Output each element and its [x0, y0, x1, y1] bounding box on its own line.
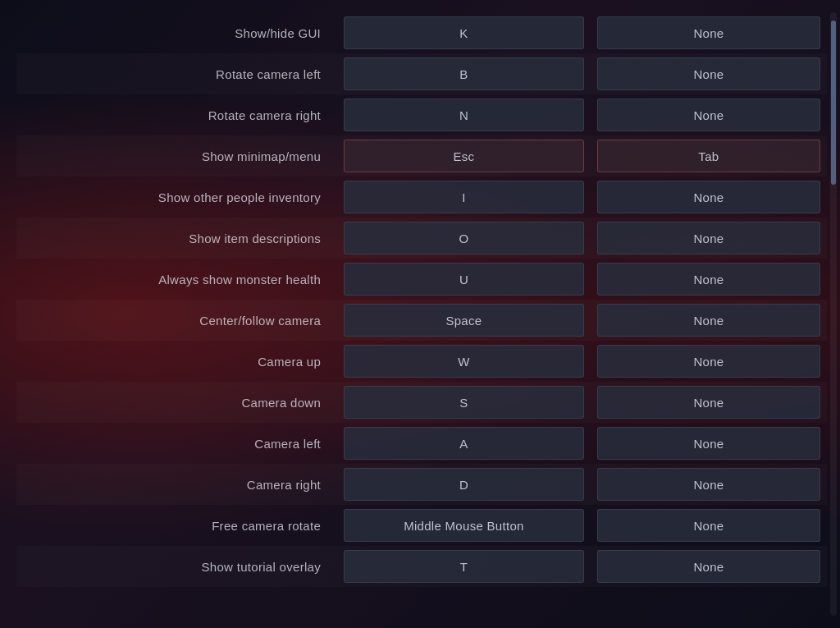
action-label: Center/follow camera — [16, 300, 337, 341]
table-row[interactable]: Rotate camera leftBNone — [16, 53, 827, 94]
alt-key-box[interactable]: Tab — [597, 140, 820, 172]
primary-key-box[interactable]: D — [344, 468, 584, 501]
primary-key-cell[interactable]: Middle Mouse Button — [337, 505, 591, 546]
primary-key-cell[interactable]: O — [337, 218, 591, 259]
primary-key-cell[interactable]: I — [337, 176, 591, 218]
primary-key-box[interactable]: Middle Mouse Button — [344, 509, 584, 542]
alt-key-box[interactable]: None — [597, 263, 820, 296]
alt-key-cell[interactable]: None — [591, 341, 827, 382]
action-label: Rotate camera right — [16, 94, 337, 135]
alt-key-cell[interactable]: None — [591, 53, 827, 94]
table-row[interactable]: Camera rightDNone — [16, 464, 827, 505]
alt-key-box[interactable]: None — [597, 16, 820, 49]
action-label: Camera right — [16, 464, 337, 505]
alt-key-box[interactable]: None — [597, 386, 820, 419]
primary-key-box[interactable]: U — [344, 263, 584, 296]
action-label: Show tutorial overlay — [16, 546, 337, 587]
action-label: Show item descriptions — [16, 218, 337, 259]
primary-key-box[interactable]: I — [344, 181, 584, 213]
primary-key-box[interactable]: O — [344, 222, 584, 254]
primary-key-box[interactable]: K — [344, 16, 584, 49]
action-label: Camera left — [16, 423, 337, 464]
alt-key-box[interactable]: None — [597, 57, 820, 90]
primary-key-box[interactable]: S — [344, 386, 584, 419]
alt-key-cell[interactable]: Tab — [591, 135, 827, 176]
primary-key-cell[interactable]: S — [337, 382, 591, 423]
alt-key-box[interactable]: None — [597, 304, 820, 337]
alt-key-box[interactable]: None — [597, 222, 820, 254]
primary-key-cell[interactable]: A — [337, 423, 591, 464]
alt-key-cell[interactable]: None — [591, 423, 827, 464]
action-label: Show/hide GUI — [16, 12, 337, 53]
alt-key-cell[interactable]: None — [591, 300, 827, 341]
primary-key-box[interactable]: T — [344, 550, 584, 583]
table-row[interactable]: Free camera rotateMiddle Mouse ButtonNon… — [16, 505, 827, 546]
table-row[interactable]: Camera leftANone — [16, 423, 827, 464]
alt-key-box[interactable]: None — [597, 345, 820, 378]
table-row[interactable]: Show/hide GUIKNone — [16, 12, 827, 53]
alt-key-cell[interactable]: None — [591, 382, 827, 423]
primary-key-cell[interactable]: K — [337, 12, 591, 53]
table-row[interactable]: Center/follow cameraSpaceNone — [16, 300, 827, 341]
scrollbar-track[interactable] — [830, 12, 837, 616]
table-row[interactable]: Show item descriptionsONone — [16, 218, 827, 259]
alt-key-cell[interactable]: None — [591, 94, 827, 135]
primary-key-box[interactable]: A — [344, 427, 584, 460]
keybinds-table: Show/hide GUIKNoneRotate camera leftBNon… — [16, 12, 827, 587]
alt-key-cell[interactable]: None — [591, 464, 827, 505]
primary-key-cell[interactable]: U — [337, 259, 591, 300]
keybinds-table-area[interactable]: Show/hide GUIKNoneRotate camera leftBNon… — [0, 8, 827, 620]
action-label: Camera down — [16, 382, 337, 423]
table-row[interactable]: Always show monster healthUNone — [16, 259, 827, 300]
table-row[interactable]: Show minimap/menuEscTab — [16, 135, 827, 176]
alt-key-cell[interactable]: None — [591, 546, 827, 587]
table-row[interactable]: Rotate camera rightNNone — [16, 94, 827, 135]
alt-key-box[interactable]: None — [597, 427, 820, 460]
primary-key-cell[interactable]: D — [337, 464, 591, 505]
primary-key-cell[interactable]: Space — [337, 300, 591, 341]
alt-key-box[interactable]: None — [597, 550, 820, 583]
primary-key-box[interactable]: N — [344, 99, 584, 131]
alt-key-box[interactable]: None — [597, 509, 820, 542]
primary-key-cell[interactable]: Esc — [337, 135, 591, 176]
primary-key-cell[interactable]: B — [337, 53, 591, 94]
primary-key-box[interactable]: Esc — [344, 140, 584, 172]
action-label: Rotate camera left — [16, 53, 337, 94]
primary-key-box[interactable]: W — [344, 345, 584, 378]
alt-key-cell[interactable]: None — [591, 505, 827, 546]
action-label: Always show monster health — [16, 259, 337, 300]
table-row[interactable]: Camera downSNone — [16, 382, 827, 423]
table-row[interactable]: Show tutorial overlayTNone — [16, 546, 827, 587]
alt-key-box[interactable]: None — [597, 468, 820, 501]
scrollbar-thumb — [831, 21, 836, 185]
alt-key-box[interactable]: None — [597, 99, 820, 131]
alt-key-cell[interactable]: None — [591, 259, 827, 300]
action-label: Free camera rotate — [16, 505, 337, 546]
table-row[interactable]: Camera upWNone — [16, 341, 827, 382]
primary-key-cell[interactable]: T — [337, 546, 591, 587]
table-row[interactable]: Show other people inventoryINone — [16, 176, 827, 218]
action-label: Show minimap/menu — [16, 135, 337, 176]
action-label: Camera up — [16, 341, 337, 382]
alt-key-box[interactable]: None — [597, 181, 820, 213]
alt-key-cell[interactable]: None — [591, 218, 827, 259]
alt-key-cell[interactable]: None — [591, 176, 827, 218]
primary-key-box[interactable]: B — [344, 57, 584, 90]
alt-key-cell[interactable]: None — [591, 12, 827, 53]
primary-key-box[interactable]: Space — [344, 304, 584, 337]
main-container: Show/hide GUIKNoneRotate camera leftBNon… — [0, 0, 840, 628]
primary-key-cell[interactable]: W — [337, 341, 591, 382]
action-label: Show other people inventory — [16, 176, 337, 218]
primary-key-cell[interactable]: N — [337, 94, 591, 135]
